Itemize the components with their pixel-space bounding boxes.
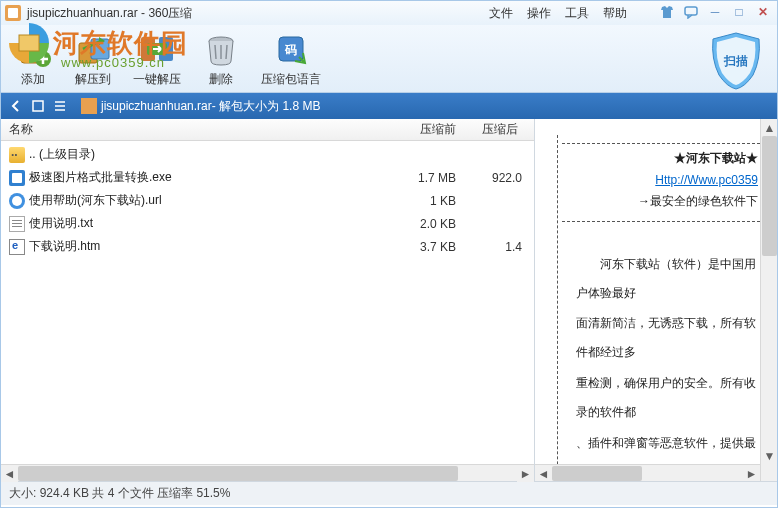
close-button[interactable]: ✕ [753, 4, 773, 20]
column-headers: 名称 压缩前 压缩后 [1, 119, 534, 141]
file-row[interactable]: 极速图片格式批量转换.exe 1.7 MB 922.0 [1, 166, 534, 189]
col-after[interactable]: 压缩后 [456, 121, 526, 138]
menu-help[interactable]: 帮助 [603, 5, 627, 22]
one-click-button[interactable]: 一键解压 [133, 29, 181, 88]
folder-up-icon [9, 147, 25, 163]
preview-header: ★河东下载站★ Http://Www.pc0359 →最安全的绿色软件下 [562, 143, 765, 222]
view-list-button[interactable] [51, 97, 69, 115]
back-button[interactable] [7, 97, 25, 115]
feedback-icon[interactable] [681, 4, 701, 20]
archive-lang-button[interactable]: 码 压缩包语言 [261, 29, 321, 88]
delete-label: 删除 [209, 71, 233, 88]
scroll-thumb[interactable] [762, 136, 777, 256]
file-list: .. (上级目录) 极速图片格式批量转换.exe 1.7 MB 922.0 使用… [1, 141, 534, 481]
scroll-down-icon[interactable]: ▼ [761, 447, 777, 464]
preview-h-scrollbar[interactable]: ◄ ► [535, 464, 760, 481]
svg-rect-3 [21, 41, 45, 47]
txt-icon [9, 216, 25, 232]
htm-icon [9, 239, 25, 255]
file-list-pane: 名称 压缩前 压缩后 .. (上级目录) 极速图片格式批量转换.exe 1.7 … [1, 119, 535, 481]
app-icon [5, 5, 21, 21]
extract-to-icon [73, 29, 113, 69]
scan-label: 扫描 [723, 54, 748, 68]
window-controls: ─ □ ✕ [657, 4, 773, 20]
unpack-info: - 解包大小为 1.8 MB [212, 98, 321, 115]
preview-pane: ★河东下载站★ Http://Www.pc0359 →最安全的绿色软件下 河东下… [535, 119, 777, 481]
menu-file[interactable]: 文件 [489, 5, 513, 22]
delete-button[interactable]: 删除 [201, 29, 241, 88]
one-click-label: 一键解压 [133, 71, 181, 88]
scroll-left-icon[interactable]: ◄ [535, 465, 552, 481]
one-click-icon [137, 29, 177, 69]
menu-operation[interactable]: 操作 [527, 5, 551, 22]
scroll-thumb[interactable] [552, 466, 642, 481]
preview-link[interactable]: Http://Www.pc0359 [568, 170, 758, 192]
status-bar: 大小: 924.4 KB 共 4 个文件 压缩率 51.5% [1, 481, 777, 505]
titlebar: jisupiczhuanhuan.rar - 360压缩 文件 操作 工具 帮助… [1, 1, 777, 25]
preview-paragraph: 面清新简洁，无诱惑下载，所有软件都经过多 [576, 309, 765, 367]
preview-box: ★河东下载站★ Http://Www.pc0359 →最安全的绿色软件下 河东下… [557, 135, 769, 481]
archive-icon [81, 98, 97, 114]
scroll-right-icon[interactable]: ► [517, 465, 534, 482]
scroll-left-icon[interactable]: ◄ [1, 465, 18, 482]
preview-title: ★河东下载站★ [568, 148, 758, 170]
vertical-scrollbar[interactable]: ▲ ▼ [760, 119, 777, 481]
maximize-button[interactable]: □ [729, 4, 749, 20]
exe-icon [9, 170, 25, 186]
preview-subtitle: →最安全的绿色软件下 [568, 191, 758, 213]
scroll-thumb[interactable] [18, 466, 458, 481]
archive-lang-label: 压缩包语言 [261, 71, 321, 88]
svg-rect-14 [33, 101, 43, 111]
preview-paragraph: 重检测，确保用户的安全。所有收录的软件都 [576, 369, 765, 427]
add-icon [13, 29, 53, 69]
horizontal-scrollbar[interactable]: ◄ ► [1, 464, 534, 481]
extract-to-label: 解压到 [75, 71, 111, 88]
scan-button[interactable]: 扫描 [705, 29, 767, 91]
file-row[interactable]: 使用帮助(河东下载站).url 1 KB [1, 189, 534, 212]
file-row[interactable]: 使用说明.txt 2.0 KB [1, 212, 534, 235]
add-label: 添加 [21, 71, 45, 88]
scroll-right-icon[interactable]: ► [743, 465, 760, 481]
url-icon [9, 193, 25, 209]
archive-lang-icon: 码 [271, 29, 311, 69]
content-area: 名称 压缩前 压缩后 .. (上级目录) 极速图片格式批量转换.exe 1.7 … [1, 119, 777, 481]
delete-icon [201, 29, 241, 69]
view-large-button[interactable] [29, 97, 47, 115]
preview-body: 河东下载站（软件）是中国用户体验最好 面清新简洁，无诱惑下载，所有软件都经过多 … [562, 250, 765, 481]
file-row[interactable]: 下载说明.htm 3.7 KB 1.4 [1, 235, 534, 258]
file-row-parent[interactable]: .. (上级目录) [1, 143, 534, 166]
path-bar: jisupiczhuanhuan.rar - 解包大小为 1.8 MB [1, 93, 777, 119]
svg-rect-1 [685, 7, 697, 15]
status-text: 大小: 924.4 KB 共 4 个文件 压缩率 51.5% [9, 485, 230, 502]
archive-name: jisupiczhuanhuan.rar [101, 99, 212, 113]
scroll-up-icon[interactable]: ▲ [761, 119, 777, 136]
svg-text:码: 码 [284, 43, 297, 57]
col-name[interactable]: 名称 [9, 121, 366, 138]
window-title: jisupiczhuanhuan.rar - 360压缩 [27, 5, 192, 22]
menu-tool[interactable]: 工具 [565, 5, 589, 22]
extract-to-button[interactable]: 解压到 [73, 29, 113, 88]
toolbar: 添加 解压到 一键解压 删除 码 压缩包语言 扫描 [1, 25, 777, 93]
col-before[interactable]: 压缩前 [366, 121, 456, 138]
preview-paragraph: 河东下载站（软件）是中国用户体验最好 [576, 250, 765, 308]
add-button[interactable]: 添加 [13, 29, 53, 88]
minimize-button[interactable]: ─ [705, 4, 725, 20]
skin-icon[interactable] [657, 4, 677, 20]
menu-bar: 文件 操作 工具 帮助 [489, 5, 627, 22]
